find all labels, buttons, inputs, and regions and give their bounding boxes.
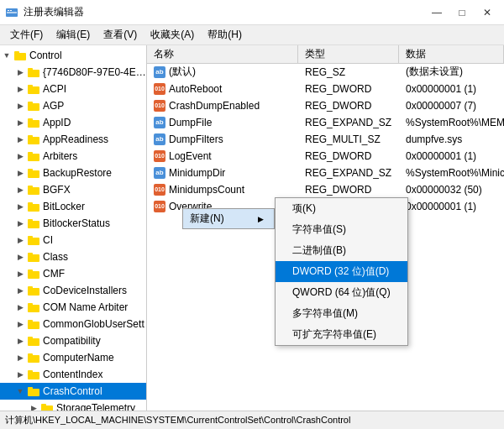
tree-label-arbiters: Arbiters	[43, 150, 77, 162]
table-row[interactable]: abMinidumpDirREG_EXPAND_SZ%SystemRoot%\M…	[147, 165, 504, 181]
tree-expander-arbiters[interactable]: ▶	[13, 149, 27, 163]
tree-expander-cmf[interactable]: ▶	[13, 267, 27, 280]
tree-expander-bitlockerstatus[interactable]: ▶	[13, 217, 27, 230]
tree-item-control-root[interactable]: ▼Control	[0, 47, 146, 64]
folder-icon-bitlockerstatus	[27, 217, 40, 230]
folder-icon-crashcontrol	[27, 385, 40, 398]
tree-item-item1[interactable]: ▶{7746D80F-97E0-4E26-...	[0, 64, 146, 81]
svg-rect-27	[28, 238, 39, 245]
tree-item-acpi[interactable]: ▶ACPI	[0, 81, 146, 97]
tree-item-class[interactable]: ▶Class	[0, 249, 146, 265]
tree-item-crashcontrol[interactable]: ▼CrashControl	[0, 383, 146, 400]
table-row[interactable]: ab(默认)REG_SZ(数据未设置)	[147, 64, 504, 81]
submenu-item-6[interactable]: 可扩充字符串值(E)	[276, 324, 407, 345]
tree-expander-commonglobusersett[interactable]: ▶	[13, 317, 27, 331]
table-row[interactable]: 010LogEventREG_DWORD0x00000001 (1)	[147, 148, 504, 165]
submenu-item-2[interactable]: 二进制值(B)	[276, 240, 407, 261]
svg-rect-25	[28, 221, 39, 228]
tree-item-commonglobusersett[interactable]: ▶CommonGlobUserSett	[0, 316, 146, 332]
reg-dword-icon: 010	[154, 150, 165, 162]
tree-label-control-root: Control	[29, 50, 62, 61]
tree-expander-codeviceinstallers[interactable]: ▶	[13, 284, 27, 297]
table-row[interactable]: abDumpFileREG_EXPAND_SZ%SystemRoot%\MEM	[147, 114, 504, 131]
tree-item-comnamearbiter[interactable]: ▶COM Name Arbiter	[0, 299, 146, 316]
cell-data-8: 0x00000001 (1)	[399, 198, 504, 214]
tree-expander-class[interactable]: ▶	[13, 250, 27, 264]
tree-item-backuprestore[interactable]: ▶BackupRestore	[0, 165, 146, 181]
folder-icon-class	[27, 250, 40, 264]
tree-expander-appreadiness[interactable]: ▶	[13, 133, 27, 146]
tree-item-arbiters[interactable]: ▶Arbiters	[0, 148, 146, 165]
col-header-name[interactable]: 名称	[147, 45, 298, 63]
tree-expander-backuprestore[interactable]: ▶	[13, 166, 27, 180]
tree-expander-compatibility[interactable]: ▶	[13, 334, 27, 348]
menu-item-f[interactable]: 文件(F)	[3, 26, 50, 44]
tree-label-acpi: ACPI	[43, 83, 66, 95]
title-buttons: — □ ✕	[425, 3, 499, 22]
reg-dword-icon: 010	[154, 100, 165, 112]
cell-type-5: REG_DWORD	[298, 148, 399, 164]
reg-dword-icon: 010	[154, 201, 165, 212]
minimize-button[interactable]: —	[425, 3, 449, 22]
submenu-item-1[interactable]: 字符串值(S)	[276, 219, 407, 240]
svg-rect-13	[28, 120, 39, 128]
cell-name-0: ab(默认)	[147, 64, 298, 80]
menu-item-a[interactable]: 收藏夹(A)	[144, 26, 201, 44]
tree-expander-control-root[interactable]: ▼	[0, 49, 13, 62]
submenu-item-5[interactable]: 多字符串值(M)	[276, 303, 407, 324]
col-header-type[interactable]: 类型	[298, 45, 399, 63]
tree-expander-computername[interactable]: ▶	[13, 351, 27, 364]
tree-item-agp[interactable]: ▶AGP	[0, 97, 146, 114]
menu-item-e[interactable]: 编辑(E)	[50, 26, 97, 44]
tree-item-computername[interactable]: ▶ComputerName	[0, 349, 146, 366]
folder-icon-bgfx	[27, 183, 40, 196]
tree-item-codeviceinstallers[interactable]: ▶CoDeviceInstallers	[0, 282, 146, 299]
svg-rect-29	[28, 254, 39, 262]
table-row[interactable]: abDumpFiltersREG_MULTI_SZdumpfve.sys	[147, 131, 504, 148]
tree-item-cmf[interactable]: ▶CMF	[0, 265, 146, 282]
folder-icon-arbiters	[27, 149, 40, 163]
tree-item-bitlocker[interactable]: ▶BitLocker	[0, 198, 146, 215]
tree-expander-acpi[interactable]: ▶	[13, 82, 27, 96]
tree-expander-appid[interactable]: ▶	[13, 116, 27, 129]
cell-type-2: REG_DWORD	[298, 97, 399, 113]
tree-item-bitlockerstatus[interactable]: ▶BitlockerStatus	[0, 215, 146, 232]
tree-expander-storagetelemetry[interactable]: ▶	[27, 401, 40, 411]
tree-label-appid: AppID	[43, 117, 71, 128]
table-row[interactable]: 010CrashDumpEnabledREG_DWORD0x00000007 (…	[147, 97, 504, 114]
tree-panel[interactable]: ▼Control▶{7746D80F-97E0-4E26-...▶ACPI▶AG…	[0, 45, 147, 411]
tree-item-ci[interactable]: ▶CI	[0, 232, 146, 249]
maximize-button[interactable]: □	[450, 3, 474, 22]
tree-item-contentindex[interactable]: ▶ContentIndex	[0, 366, 146, 383]
tree-expander-crashcontrol[interactable]: ▼	[13, 385, 27, 398]
tree-expander-bitlocker[interactable]: ▶	[13, 200, 27, 213]
tree-item-bgfx[interactable]: ▶BGFX	[0, 181, 146, 198]
tree-label-ci: CI	[43, 234, 53, 246]
close-button[interactable]: ✕	[475, 3, 499, 22]
tree-expander-ci[interactable]: ▶	[13, 233, 27, 247]
tree-item-compatibility[interactable]: ▶Compatibility	[0, 332, 146, 349]
cell-name-1: 010AutoReboot	[147, 81, 298, 97]
table-row[interactable]: 010AutoRebootREG_DWORD0x00000001 (1)	[147, 81, 504, 97]
submenu-item-4[interactable]: QWORD (64 位)值(Q)	[276, 282, 407, 303]
cell-data-1: 0x00000001 (1)	[399, 81, 504, 97]
svg-rect-23	[28, 204, 39, 212]
tree-expander-agp[interactable]: ▶	[13, 99, 27, 112]
tree-expander-item1[interactable]: ▶	[13, 65, 27, 79]
folder-icon-backuprestore	[27, 166, 40, 180]
tree-item-appreadiness[interactable]: ▶AppReadiness	[0, 131, 146, 148]
menu-item-v[interactable]: 查看(V)	[97, 26, 144, 44]
tree-expander-bgfx[interactable]: ▶	[13, 183, 27, 196]
tree-item-appid[interactable]: ▶AppID	[0, 114, 146, 131]
svg-rect-17	[28, 154, 39, 161]
tree-expander-contentindex[interactable]: ▶	[13, 368, 27, 381]
submenu-item-3[interactable]: DWORD (32 位)值(D)	[276, 261, 407, 282]
tree-item-storagetelemetry[interactable]: ▶StorageTelemetry	[0, 400, 146, 411]
col-header-data[interactable]: 数据	[399, 45, 504, 63]
menu-item-h[interactable]: 帮助(H)	[201, 26, 249, 44]
tree-expander-comnamearbiter[interactable]: ▶	[13, 301, 27, 314]
submenu-item-0[interactable]: 项(K)	[276, 198, 407, 219]
table-row[interactable]: 010MinidumpsCountREG_DWORD0x00000032 (50…	[147, 181, 504, 198]
cell-data-0: (数据未设置)	[399, 64, 504, 80]
svg-rect-39	[28, 338, 39, 346]
